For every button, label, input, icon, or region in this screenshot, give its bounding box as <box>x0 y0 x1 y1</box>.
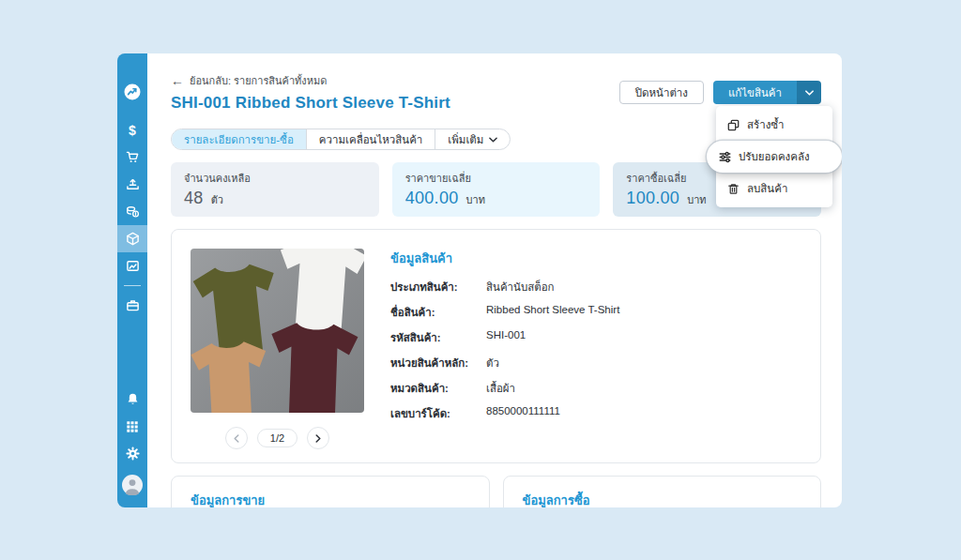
tab-sales-purchase-details[interactable]: รายละเอียดการขาย-ซื้อ <box>172 129 306 149</box>
purchase-info-card: ข้อมูลการซื้อ ราคาซื้อ: 200.00 บาท <box>503 476 822 507</box>
logo-icon[interactable] <box>117 78 147 105</box>
sales-info-heading: ข้อมูลการขาย <box>191 491 470 507</box>
sidebar-item-shipping[interactable] <box>117 171 147 198</box>
field-barcode: เลขบาร์โค้ด: 8850000111111 <box>390 405 619 422</box>
carousel-prev-button[interactable] <box>225 427 248 449</box>
duplicate-icon <box>727 119 740 131</box>
purchase-info-heading: ข้อมูลการซื้อ <box>523 491 802 507</box>
chevron-down-icon <box>489 137 497 143</box>
app-window: $ <box>117 53 842 507</box>
chevron-right-icon <box>315 434 321 443</box>
stat-value: 400.00 <box>405 189 459 208</box>
stat-unit: ตัว <box>211 191 223 208</box>
trash-icon <box>727 183 740 195</box>
bottom-cards: ข้อมูลการขาย ราคาขาย: 400.00 บาท ข้อมูลก… <box>171 476 821 507</box>
close-window-button[interactable]: ปิดหน้าต่าง <box>619 81 704 104</box>
stat-unit: บาท <box>466 191 485 208</box>
menu-item-adjust-stock[interactable]: ปรับยอดคงคลัง <box>713 144 835 170</box>
sidebar-item-workspace[interactable] <box>117 292 147 319</box>
tab-product-movement[interactable]: ความเคลื่อนไหวสินค้า <box>306 129 435 149</box>
main-content: ← ย้อนกลับ: รายการสินค้าทั้งหมด SHI-001 … <box>147 53 842 507</box>
gear-icon <box>126 446 140 461</box>
carousel-page-indicator: 1/2 <box>257 429 297 447</box>
stat-unit: บาท <box>687 191 706 208</box>
chevron-down-icon[interactable] <box>797 81 821 104</box>
sidebar: $ <box>117 53 147 507</box>
sidebar-item-sales[interactable] <box>117 144 147 171</box>
product-info-card: 1/2 ข้อมูลสินค้า ประเภทสินค้า: สินค้านับ… <box>171 229 821 463</box>
chevron-left-icon <box>234 434 239 443</box>
back-label[interactable]: ย้อนกลับ: รายการสินค้าทั้งหมด <box>190 72 327 89</box>
sidebar-item-notifications[interactable] <box>117 386 147 413</box>
sidebar-item-expenses[interactable] <box>117 198 147 225</box>
tab-bar: รายละเอียดการขาย-ซื้อ ความเคลื่อนไหวสินค… <box>171 129 511 150</box>
product-info-heading: ข้อมูลสินค้า <box>390 249 619 268</box>
header-actions: ปิดหน้าต่าง แก้ไขสินค้า <box>619 81 821 104</box>
field-product-type: ประเภทสินค้า: สินค้านับสต็อก <box>390 279 619 295</box>
tab-more[interactable]: เพิ่มเติม <box>435 129 510 149</box>
menu-highlight-ring: ปรับยอดคงคลัง <box>707 141 842 173</box>
user-avatar[interactable] <box>117 471 147 498</box>
products-cube-icon <box>126 232 140 246</box>
sidebar-item-finance[interactable]: $ <box>117 116 147 144</box>
stat-remaining-quantity: จำนวนคงเหลือ 48 ตัว <box>171 162 379 217</box>
stat-value: 48 <box>184 189 204 208</box>
apps-grid-icon <box>126 420 139 433</box>
avatar <box>122 475 143 495</box>
sidebar-item-settings[interactable] <box>117 440 147 467</box>
sidebar-item-apps[interactable] <box>117 413 147 440</box>
product-details: ข้อมูลสินค้า ประเภทสินค้า: สินค้านับสต็อ… <box>390 249 619 449</box>
image-icon <box>126 259 140 273</box>
menu-item-duplicate[interactable]: สร้างซ้ำ <box>716 111 832 139</box>
edit-product-button[interactable]: แก้ไขสินค้า <box>713 81 821 104</box>
stat-value: 100.00 <box>626 189 679 208</box>
expense-icon <box>126 204 140 219</box>
dollar-icon: $ <box>129 124 136 137</box>
sales-info-card: ข้อมูลการขาย ราคาขาย: 400.00 บาท <box>171 476 490 507</box>
edit-dropdown-menu: สร้างซ้ำ ปรับยอดคงคลัง <box>716 106 832 207</box>
sidebar-item-reports[interactable] <box>117 252 147 280</box>
adjust-stock-sliders-icon <box>719 151 731 163</box>
image-carousel: 1/2 <box>191 427 364 449</box>
product-image[interactable] <box>191 249 364 413</box>
field-category: หมวดสินค้า: เสื้อผ้า <box>390 380 619 397</box>
field-main-unit: หน่วยสินค้าหลัก: ตัว <box>390 355 619 371</box>
menu-item-delete[interactable]: ลบสินค้า <box>716 174 832 203</box>
field-product-name: ชื่อสินค้า: Ribbed Short Sleeve T-Shirt <box>390 304 619 321</box>
sidebar-divider <box>124 285 141 286</box>
back-arrow-icon[interactable]: ← <box>171 74 184 87</box>
sidebar-item-products[interactable] <box>117 225 147 252</box>
cart-icon <box>126 150 140 164</box>
briefcase-icon <box>126 298 140 312</box>
carousel-next-button[interactable] <box>307 427 329 449</box>
field-product-code: รหัสสินค้า: SHI-001 <box>390 329 619 346</box>
bell-icon <box>126 392 140 406</box>
stat-average-sell-price: ราคาขายเฉลี่ย 400.00 บาท <box>392 162 601 217</box>
shipping-icon <box>126 177 140 191</box>
